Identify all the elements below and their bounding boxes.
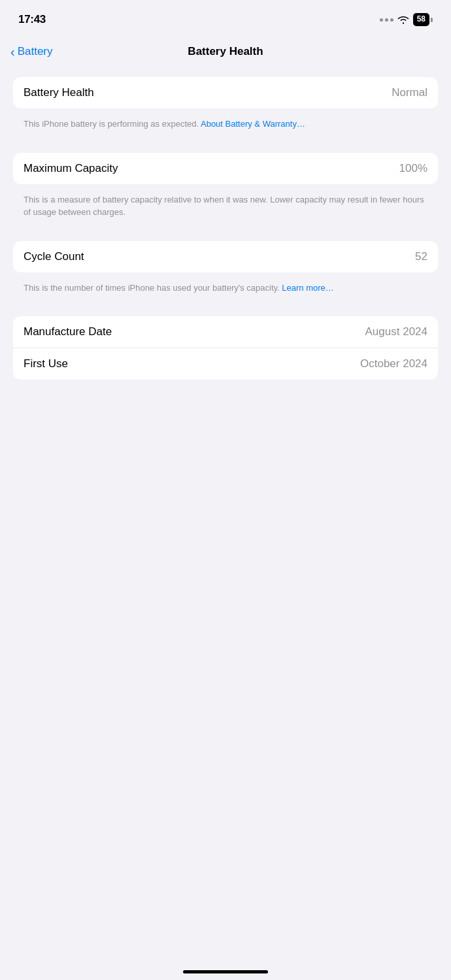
first-use-label: First Use bbox=[24, 357, 68, 370]
back-button[interactable]: ‹ Battery bbox=[10, 45, 53, 58]
cycle-count-label: Cycle Count bbox=[24, 250, 84, 263]
first-use-row: First Use October 2024 bbox=[13, 348, 438, 380]
maximum-capacity-card: Maximum Capacity 100% bbox=[13, 153, 438, 184]
nav-header: ‹ Battery Battery Health bbox=[0, 35, 451, 71]
cycle-count-value: 52 bbox=[415, 250, 427, 263]
battery-level: 58 bbox=[413, 13, 429, 26]
signal-dot-3 bbox=[390, 18, 393, 22]
page-title: Battery Health bbox=[188, 45, 263, 58]
home-indicator[interactable] bbox=[183, 970, 268, 973]
battery-health-card: Battery Health Normal bbox=[13, 77, 438, 108]
dates-card: Manufacture Date August 2024 First Use O… bbox=[13, 316, 438, 380]
cycle-count-desc-text: This is the number of times iPhone has u… bbox=[24, 283, 282, 293]
status-time: 17:43 bbox=[18, 13, 46, 26]
battery-health-row: Battery Health Normal bbox=[13, 77, 438, 108]
content-area: Battery Health Normal This iPhone batter… bbox=[0, 71, 451, 419]
learn-more-link[interactable]: Learn more… bbox=[282, 283, 333, 293]
cycle-count-card: Cycle Count 52 bbox=[13, 241, 438, 272]
signal-dot-2 bbox=[385, 18, 388, 22]
cycle-count-row: Cycle Count 52 bbox=[13, 241, 438, 272]
cycle-count-description: This is the number of times iPhone has u… bbox=[13, 278, 438, 304]
maximum-capacity-desc-text: This is a measure of battery capacity re… bbox=[24, 195, 424, 218]
maximum-capacity-row: Maximum Capacity 100% bbox=[13, 153, 438, 184]
manufacture-date-row: Manufacture Date August 2024 bbox=[13, 316, 438, 348]
battery-health-value: Normal bbox=[392, 86, 427, 99]
signal-dot-1 bbox=[380, 18, 383, 22]
dates-section: Manufacture Date August 2024 First Use O… bbox=[13, 316, 438, 380]
battery-health-description: This iPhone battery is performing as exp… bbox=[13, 114, 438, 140]
signal-icon bbox=[380, 18, 393, 22]
battery-indicator: 58 bbox=[413, 13, 433, 26]
back-chevron-icon: ‹ bbox=[10, 45, 15, 58]
wifi-icon bbox=[397, 16, 409, 24]
status-bar: 17:43 58 bbox=[0, 0, 451, 35]
battery-terminal bbox=[431, 18, 433, 22]
manufacture-date-label: Manufacture Date bbox=[24, 325, 112, 338]
status-icons: 58 bbox=[380, 13, 433, 26]
manufacture-date-value: August 2024 bbox=[365, 325, 427, 338]
cycle-count-section: Cycle Count 52 This is the number of tim… bbox=[13, 241, 438, 304]
maximum-capacity-description: This is a measure of battery capacity re… bbox=[13, 189, 438, 228]
maximum-capacity-label: Maximum Capacity bbox=[24, 162, 118, 175]
back-label: Battery bbox=[18, 45, 53, 58]
first-use-value: October 2024 bbox=[360, 357, 427, 370]
battery-health-section: Battery Health Normal This iPhone batter… bbox=[13, 77, 438, 140]
maximum-capacity-section: Maximum Capacity 100% This is a measure … bbox=[13, 153, 438, 228]
battery-health-label: Battery Health bbox=[24, 86, 94, 99]
maximum-capacity-value: 100% bbox=[399, 162, 427, 175]
about-battery-link[interactable]: About Battery & Warranty… bbox=[201, 119, 305, 129]
battery-health-desc-text: This iPhone battery is performing as exp… bbox=[24, 119, 201, 129]
